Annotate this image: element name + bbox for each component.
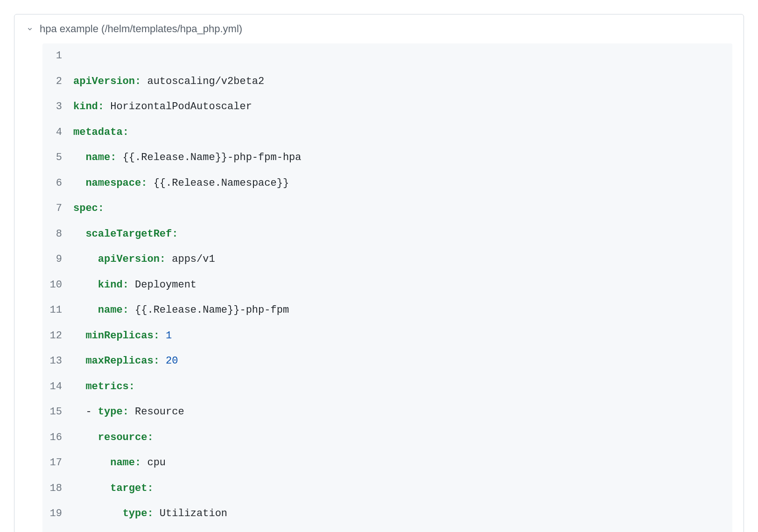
code-token: 20 [166, 355, 178, 367]
code-token: : [98, 203, 104, 214]
code-row: 16 resource: [42, 425, 732, 451]
code-row: 17 name: cpu [42, 450, 732, 476]
panel-header[interactable]: hpa example (/helm/templates/hpa_php.yml… [14, 14, 744, 43]
panel-title: hpa example (/helm/templates/hpa_php.yml… [40, 23, 242, 35]
line-number: 11 [42, 298, 69, 323]
code-token: : [123, 406, 129, 418]
code-token: name [110, 457, 135, 469]
line-number: 2 [42, 69, 69, 95]
code-row: 19 type: Utilization [42, 501, 732, 527]
code-token: apiVersion [98, 253, 160, 265]
code-line[interactable]: name: {{.Release.Name}}-php-fpm [69, 298, 732, 323]
line-number: 17 [42, 450, 69, 476]
code-token [73, 330, 85, 342]
line-number: 20 [42, 527, 69, 532]
code-line[interactable]: apiVersion: autoscaling/v2beta2 [69, 69, 732, 95]
code-line[interactable]: kind: Deployment [69, 273, 732, 298]
line-number: 1 [42, 43, 69, 69]
code-token: type [123, 508, 147, 519]
code-line[interactable]: spec: [69, 196, 732, 222]
code-row: 9 apiVersion: apps/v1 [42, 247, 732, 273]
code-token: Deployment [135, 279, 197, 291]
code-token: : [147, 508, 153, 519]
code-line[interactable]: target: [69, 476, 732, 502]
code-token [141, 457, 147, 469]
code-row: 13 maxReplicas: 20 [42, 349, 732, 374]
line-number: 9 [42, 247, 69, 273]
line-number: 5 [42, 145, 69, 171]
code-token: minReplicas [85, 330, 153, 342]
code-token [73, 152, 85, 163]
code-token: : [110, 152, 116, 163]
code-row: 5 name: {{.Release.Name}}-php-fpm-hpa [42, 145, 732, 171]
code-token [73, 483, 110, 494]
code-row: 2apiVersion: autoscaling/v2beta2 [42, 69, 732, 95]
code-token: : [123, 304, 129, 316]
code-line[interactable]: name: cpu [69, 450, 732, 476]
code-line[interactable]: name: {{.Release.Name}}-php-fpm-hpa [69, 145, 732, 171]
code-line[interactable]: apiVersion: apps/v1 [69, 247, 732, 273]
line-number: 7 [42, 196, 69, 222]
code-row: 3kind: HorizontalPodAutoscaler [42, 94, 732, 120]
code-line[interactable]: resource: [69, 425, 732, 451]
code-token: scaleTargetRef [85, 228, 172, 240]
code-token: {{.Release.Namespace}} [154, 177, 289, 189]
code-token: spec [73, 203, 98, 214]
line-number: 10 [42, 273, 69, 298]
code-line[interactable]: - type: Resource [69, 399, 732, 425]
code-token: {{.Release.Name}}-php-fpm [135, 304, 289, 316]
code-token: : [172, 228, 178, 240]
code-token: HorizontalPodAutoscaler [110, 101, 252, 112]
code-line[interactable]: scaleTargetRef: [69, 222, 732, 247]
code-line[interactable]: averageUtilization: 50 [69, 527, 732, 532]
code-block: 1 2apiVersion: autoscaling/v2beta23kind:… [42, 43, 732, 532]
code-token: autoscaling/v2beta2 [147, 76, 264, 87]
code-row: 1 [42, 43, 732, 69]
code-token: name [85, 152, 110, 163]
code-token: kind [73, 101, 98, 112]
code-token [73, 432, 98, 443]
code-row: 10 kind: Deployment [42, 273, 732, 298]
code-line[interactable]: minReplicas: 1 [69, 323, 732, 349]
code-row: 18 target: [42, 476, 732, 502]
code-token: cpu [147, 457, 166, 469]
code-token [73, 253, 98, 265]
code-token [73, 355, 85, 367]
code-token: metrics [85, 381, 128, 392]
code-token: : [123, 279, 129, 291]
code-token: : [160, 253, 166, 265]
code-token [73, 177, 85, 189]
line-number: 6 [42, 171, 69, 196]
code-line[interactable]: metadata: [69, 120, 732, 146]
line-number: 18 [42, 476, 69, 502]
code-token [160, 330, 166, 342]
code-row: 14 metrics: [42, 374, 732, 400]
code-token [73, 304, 98, 316]
code-token: : [147, 483, 153, 494]
code-token: Utilization [160, 508, 227, 519]
code-line[interactable]: maxReplicas: 20 [69, 349, 732, 374]
code-token: {{.Release.Name}}-php-fpm-hpa [123, 152, 302, 163]
line-number: 14 [42, 374, 69, 400]
code-token [73, 279, 98, 291]
code-token: type [98, 406, 123, 418]
code-row: 6 namespace: {{.Release.Namespace}} [42, 171, 732, 196]
code-token: target [110, 483, 147, 494]
collapsible-panel: hpa example (/helm/templates/hpa_php.yml… [14, 14, 744, 532]
code-row: 4metadata: [42, 120, 732, 146]
code-line[interactable]: metrics: [69, 374, 732, 400]
code-line[interactable] [69, 43, 732, 69]
code-token: 1 [166, 330, 172, 342]
line-number: 4 [42, 120, 69, 146]
line-number: 13 [42, 349, 69, 374]
code-line[interactable]: kind: HorizontalPodAutoscaler [69, 94, 732, 120]
code-token: apiVersion [73, 76, 135, 87]
code-token [73, 228, 85, 240]
code-token: namespace [85, 177, 141, 189]
code-token: resource [98, 432, 147, 443]
code-token [73, 457, 110, 469]
code-token: name [98, 304, 123, 316]
code-token [129, 279, 135, 291]
code-line[interactable]: type: Utilization [69, 501, 732, 527]
code-line[interactable]: namespace: {{.Release.Namespace}} [69, 171, 732, 196]
